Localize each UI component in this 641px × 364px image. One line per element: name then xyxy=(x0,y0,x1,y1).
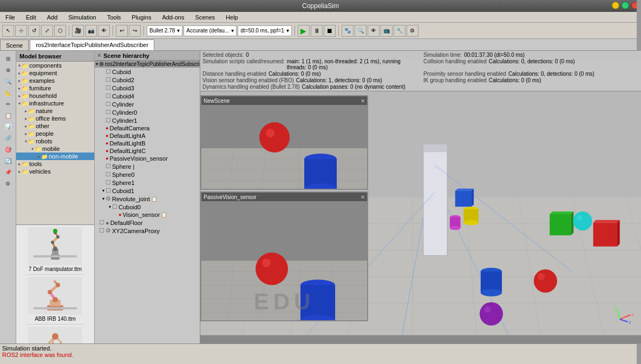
scene-item-cuboid4[interactable]: ▸ ☐ Cuboid4 xyxy=(95,92,200,100)
tb-scale-btn[interactable]: ⤢ xyxy=(41,25,53,37)
scene-item-cylinder0[interactable]: ▸ ☐ Cylinder0 xyxy=(95,108,200,116)
lp-icon-1[interactable]: ⊞ xyxy=(3,53,14,64)
menu-addons[interactable]: Add-ons xyxy=(159,14,187,21)
tb-cam3-btn[interactable]: 👁 xyxy=(98,25,110,37)
scene-item-passivevision[interactable]: ▸ ● PassiveVision_sensor xyxy=(95,155,200,162)
menu-add[interactable]: Add xyxy=(44,14,61,21)
tb-undo-btn[interactable]: ↩ xyxy=(116,25,128,37)
tb-extra6[interactable]: ⚙ xyxy=(407,25,418,37)
ik-value: Calculations: 0 (0 ms) xyxy=(489,77,541,83)
tb-redo-btn[interactable]: ↪ xyxy=(129,25,141,37)
tree-item-non-mobile[interactable]: ▸ 📁 non-mobile xyxy=(16,153,94,160)
tree-item-mobile[interactable]: ▾ 📁 mobile xyxy=(16,145,94,153)
stop-button[interactable]: ⏹ xyxy=(324,25,336,37)
distance-value: Calculations: 0 (0 ms) xyxy=(269,71,321,77)
minimize-button[interactable] xyxy=(612,2,619,9)
menu-scenes[interactable]: Scenes xyxy=(192,14,218,21)
maximize-button[interactable] xyxy=(622,2,629,9)
lp-icon-11[interactable]: 📌 xyxy=(3,167,14,177)
tree-item-equipment[interactable]: ▸ 📁 equipment xyxy=(16,69,94,77)
lp-icon-4[interactable]: 📐 xyxy=(3,87,14,98)
tree-item-other[interactable]: ▸ 📁 other xyxy=(16,122,94,130)
menu-file[interactable]: File xyxy=(2,14,18,21)
lp-icon-10[interactable]: 🔄 xyxy=(3,155,14,166)
menu-plugins[interactable]: Plugins xyxy=(128,14,154,21)
arrow-non-mobile: ▸ xyxy=(38,154,40,159)
scene-item-root[interactable]: ▾ ⚙ ros2InterfaceTopicPublisherAndSubscr… xyxy=(95,61,200,68)
tb-select-btn[interactable]: ↖ xyxy=(2,25,14,37)
scene-item-cuboid3[interactable]: ▸ ☐ Cuboid3 xyxy=(95,84,200,92)
tb-obj-btn[interactable]: ⬡ xyxy=(54,25,66,37)
dt-dropdown[interactable]: dt=50.0 ms, ppf=1 ▾ xyxy=(238,25,292,36)
tree-item-tools[interactable]: ▸ 📁 tools xyxy=(16,160,94,168)
lp-icon-8[interactable]: 🔗 xyxy=(3,133,14,143)
sim-row-selected: Selected objects: 0 xyxy=(202,52,418,58)
pause-button[interactable]: ⏸ xyxy=(311,25,323,37)
tree-item-vehicles[interactable]: ▸ 📁 vehicles xyxy=(16,168,94,175)
menu-help[interactable]: Help xyxy=(223,14,241,21)
scene-item-cuboid[interactable]: ▸ ☐ Cuboid xyxy=(95,68,200,76)
tree-item-nature[interactable]: ▸ 📁 nature xyxy=(16,107,94,115)
tb-cam-btn[interactable]: 🎥 xyxy=(72,25,84,37)
scene-item-sphere0[interactable]: ▸ ☐ Sphere0 xyxy=(95,170,200,178)
lp-icon-5[interactable]: ✏ xyxy=(3,98,14,109)
tb-extra2[interactable]: 🔍 xyxy=(355,25,367,37)
menu-edit[interactable]: Edit xyxy=(23,14,40,21)
scene-item-lightC[interactable]: ▸ ● DefaultLightC xyxy=(95,147,200,155)
scene-item-cuboid2[interactable]: ▸ ☐ Cuboid2 xyxy=(95,76,200,84)
scene-item-cuboid1b[interactable]: ▾ ☐ Cuboid1 xyxy=(95,187,200,195)
tree-item-furniture[interactable]: ▸ 📁 furniture xyxy=(16,84,94,92)
tree-item-infrastructure[interactable]: ▾ 📁 infrastructure xyxy=(16,100,94,107)
play-button[interactable]: ▶ xyxy=(298,25,310,37)
scene-item-vision-sensor[interactable]: ▸ ● Vision_sensor 📋 xyxy=(95,211,200,219)
scene-close-icon[interactable]: ✕ xyxy=(97,52,101,58)
menu-tools[interactable]: Tools xyxy=(104,14,125,21)
cam-close-newscene[interactable]: ✕ xyxy=(361,98,365,104)
tb-extra1[interactable]: 🐾 xyxy=(342,25,354,37)
scene-item-cuboid0[interactable]: ▾ ☐ Cuboid0 xyxy=(95,203,200,211)
tab-publisher[interactable]: ros2InterfaceTopicPublisherAndSubscriber xyxy=(30,39,154,50)
tree-item-examples[interactable]: ▸ 📁 examples xyxy=(16,77,94,84)
lp-icon-12[interactable]: ⚙ xyxy=(3,178,14,189)
scene-item-xy2cam[interactable]: ▸ ☐ ⚙ XY2CameraProxy xyxy=(95,227,200,235)
scene-item-cylinder[interactable]: ▸ ☐ Cylinder xyxy=(95,100,200,108)
scene-content: ▾ ⚙ ros2InterfaceTopicPublisherAndSubscr… xyxy=(95,61,200,343)
scene-item-defaultfloor[interactable]: ▸ ☐ ● DefaultFloor xyxy=(95,219,200,227)
tb-rotate-btn[interactable]: ↺ xyxy=(28,25,40,37)
tree-item-office[interactable]: ▸ 📁 office items xyxy=(16,115,94,122)
scene-item-sphere1[interactable]: ▸ ☐ Sphere1 xyxy=(95,178,200,187)
scene-item-lightA[interactable]: ▸ ● DefaultLightA xyxy=(95,132,200,140)
tb-extra5[interactable]: 🔧 xyxy=(394,25,405,37)
lp-icon-7[interactable]: 📊 xyxy=(3,121,14,132)
accuracy-dropdown[interactable]: Accurate (defau... ▾ xyxy=(184,25,237,36)
lp-icon-9[interactable]: 🎯 xyxy=(3,144,14,155)
tree-item-people[interactable]: ▸ 📁 people xyxy=(16,130,94,137)
preview-abb140[interactable]: ABB IRB 140.ttm xyxy=(26,275,84,325)
folder-icon-mobile: 📁 xyxy=(35,146,41,152)
viewport[interactable]: x y z Selected objects: 0 Simulation tim… xyxy=(200,51,641,343)
scene-item-defaultcam[interactable]: ▸ ● DefaultCamera xyxy=(95,124,200,132)
tb-move-btn[interactable]: ⊹ xyxy=(15,25,27,37)
tree-item-robots[interactable]: ▾ 📁 robots xyxy=(16,137,94,145)
tree-item-household[interactable]: ▸ 📁 household xyxy=(16,92,94,100)
lp-icon-6[interactable]: 📋 xyxy=(3,110,14,121)
lp-icon-3[interactable]: 🔍 xyxy=(3,76,14,87)
preview-abb360[interactable]: ABB IRB 360.ttm xyxy=(26,325,84,343)
lp-icon-2[interactable]: ⊕ xyxy=(3,64,14,75)
cam-close-passive[interactable]: ✕ xyxy=(361,194,365,200)
scene-item-cylinder1[interactable]: ▸ ☐ Cylinder1 xyxy=(95,116,200,124)
tree-item-components[interactable]: ▾ 📁 components xyxy=(16,62,94,69)
menu-simulation[interactable]: Simulation xyxy=(65,14,99,21)
svg-rect-44 xyxy=(423,144,447,255)
tb-extra3[interactable]: 👁 xyxy=(368,25,380,37)
scene-item-revolute[interactable]: ▾ ⚙ Revolute_joint 📋 xyxy=(95,195,200,203)
svg-point-63 xyxy=(577,215,582,221)
tb-extra4[interactable]: 📺 xyxy=(381,25,393,37)
preview-7dof[interactable]: 7 DoF manipulator.ttm xyxy=(26,225,84,275)
tab-scene[interactable]: Scene xyxy=(0,39,29,50)
cam-view-svg-2 xyxy=(201,201,367,320)
tb-cam2-btn[interactable]: 📷 xyxy=(85,25,97,37)
scene-item-sphere[interactable]: ▸ ☐ Sphere | xyxy=(95,162,200,170)
scene-item-lightB[interactable]: ▸ ● DefaultLightB xyxy=(95,140,200,147)
physics-dropdown[interactable]: Bullet 2.78 ▾ xyxy=(147,25,182,36)
